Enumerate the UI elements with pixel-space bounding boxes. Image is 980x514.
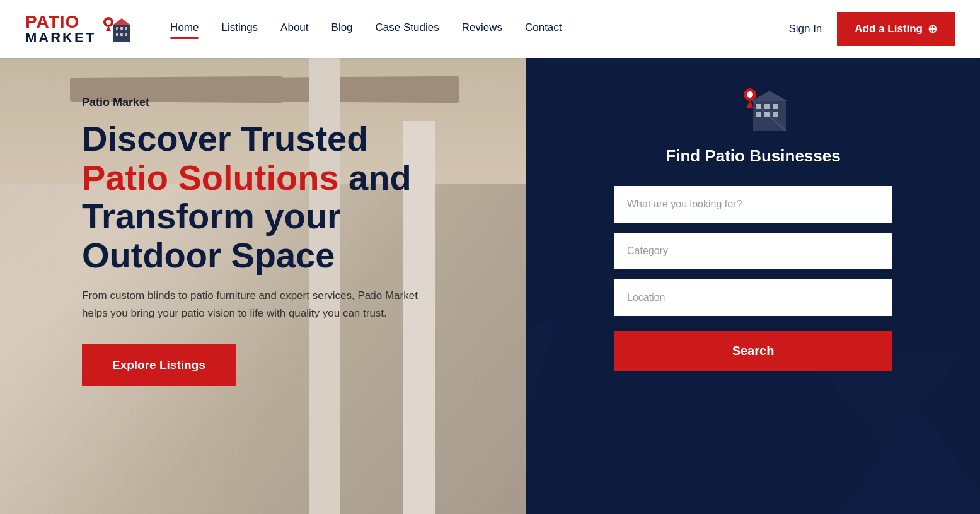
hero-title: Discover Trusted Patio Solutions and Tra… bbox=[82, 119, 501, 274]
nav-reviews[interactable]: Reviews bbox=[462, 21, 502, 37]
hero-content: Patio Market Discover Trusted Patio Solu… bbox=[82, 96, 501, 386]
nav-listings[interactable]: Listings bbox=[221, 21, 258, 37]
navbar: PATIO MARKET bbox=[0, 0, 980, 58]
find-panel-logo bbox=[715, 83, 791, 136]
svg-rect-6 bbox=[125, 27, 127, 30]
nav-right: Sign In Add a Listing ⊕ bbox=[788, 12, 955, 46]
logo-patio: PATIO bbox=[25, 13, 96, 31]
logo-market: MARKET bbox=[25, 31, 96, 45]
geo-shape-3 bbox=[539, 426, 804, 514]
hero-title-red: Patio Solutions bbox=[82, 158, 339, 197]
location-input[interactable] bbox=[614, 279, 892, 316]
svg-rect-20 bbox=[756, 112, 761, 117]
hero-section: Patio Market Discover Trusted Patio Solu… bbox=[0, 58, 980, 514]
hero-title-and: and bbox=[339, 158, 412, 197]
hero-title-line1: Discover Trusted bbox=[82, 119, 368, 158]
nav-links: Home Listings About Blog Case Studies Re… bbox=[170, 21, 788, 37]
search-form: Search bbox=[614, 186, 892, 371]
nav-contact[interactable]: Contact bbox=[525, 21, 562, 37]
nav-case-studies[interactable]: Case Studies bbox=[376, 21, 439, 37]
find-panel-svg-logo bbox=[715, 83, 791, 134]
hero-right: Find Patio Businesses Search bbox=[526, 58, 980, 514]
find-panel-title: Find Patio Businesses bbox=[666, 146, 840, 166]
svg-marker-15 bbox=[746, 100, 754, 108]
hero-pretitle: Patio Market bbox=[82, 96, 501, 109]
svg-marker-23 bbox=[752, 91, 787, 101]
svg-marker-10 bbox=[113, 18, 130, 25]
svg-point-1 bbox=[106, 20, 111, 25]
logo-text: PATIO MARKET bbox=[25, 13, 96, 45]
hero-left: Patio Market Discover Trusted Patio Solu… bbox=[0, 58, 526, 514]
svg-rect-7 bbox=[116, 33, 118, 36]
hero-title-line3: Transform your bbox=[82, 196, 341, 236]
category-input[interactable] bbox=[614, 233, 892, 269]
svg-point-14 bbox=[747, 91, 753, 98]
sign-in-link[interactable]: Sign In bbox=[788, 23, 822, 35]
search-what-input[interactable] bbox=[614, 186, 892, 223]
nav-blog[interactable]: Blog bbox=[331, 21, 353, 37]
nav-about[interactable]: About bbox=[280, 21, 308, 37]
svg-rect-19 bbox=[773, 104, 778, 109]
logo[interactable]: PATIO MARKET bbox=[25, 13, 132, 45]
search-button[interactable]: Search bbox=[614, 331, 892, 371]
hero-description: From custom blinds to patio furniture an… bbox=[82, 287, 435, 321]
logo-icon-wrap: PATIO MARKET bbox=[25, 13, 132, 45]
patio-logo-svg bbox=[100, 13, 132, 45]
explore-listings-button[interactable]: Explore Listings bbox=[82, 344, 236, 386]
hero-title-line4: Outdoor Space bbox=[82, 235, 335, 275]
logo-icon bbox=[100, 13, 132, 45]
plus-icon: ⊕ bbox=[928, 22, 937, 36]
add-listing-button[interactable]: Add a Listing ⊕ bbox=[837, 12, 955, 46]
nav-home[interactable]: Home bbox=[170, 21, 199, 37]
